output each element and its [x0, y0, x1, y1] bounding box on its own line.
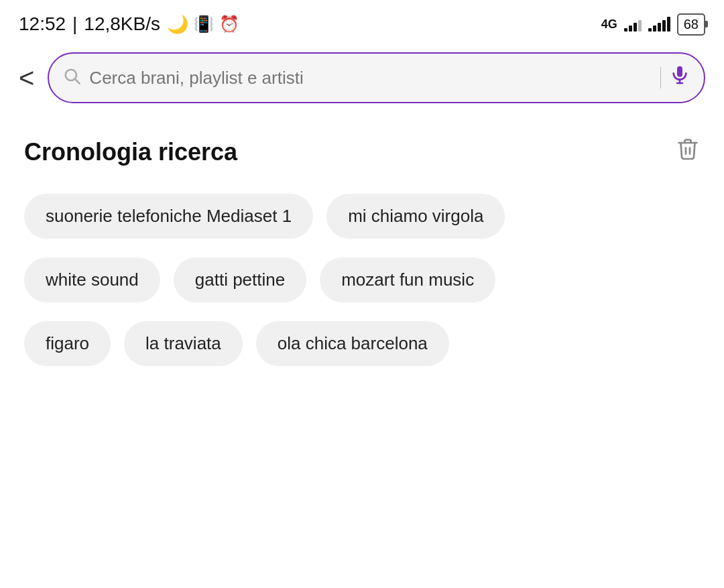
- 4g-label: 4G: [601, 17, 617, 32]
- tag-chip[interactable]: figaro: [24, 321, 111, 366]
- search-icon: [62, 66, 81, 90]
- tag-chip[interactable]: white sound: [24, 257, 160, 302]
- status-right: 4G 68: [601, 13, 705, 36]
- separator: |: [72, 13, 77, 35]
- section-title: Cronologia ricerca: [24, 138, 237, 166]
- tags-row-2: white sound gatti pettine mozart fun mus…: [24, 257, 700, 302]
- back-button[interactable]: <: [19, 64, 34, 91]
- search-divider: [660, 67, 661, 89]
- status-icons: 🌙 📳 ⏰: [167, 14, 239, 35]
- battery-indicator: 68: [677, 13, 705, 36]
- tags-row-1: suonerie telefoniche Mediaset 1 mi chiam…: [24, 194, 700, 239]
- section-header: Cronologia ricerca: [24, 137, 700, 167]
- main-content: Cronologia ricerca suonerie telefoniche …: [0, 117, 724, 386]
- tag-chip[interactable]: la traviata: [124, 321, 243, 366]
- signal-bars-1: [624, 17, 642, 32]
- time-display: 12:52: [19, 13, 66, 35]
- tags-row-3: figaro la traviata ola chica barcelona: [24, 321, 700, 366]
- alarm-icon: ⏰: [219, 15, 239, 34]
- search-input[interactable]: [89, 68, 652, 89]
- signal-bars-2: [648, 17, 670, 32]
- moon-icon: 🌙: [167, 14, 188, 35]
- svg-rect-2: [677, 66, 682, 77]
- delete-history-button[interactable]: [676, 137, 700, 167]
- vibrate-icon: 📳: [194, 15, 214, 34]
- tags-container: suonerie telefoniche Mediaset 1 mi chiam…: [24, 194, 700, 366]
- microphone-button[interactable]: [669, 64, 690, 91]
- tag-chip[interactable]: suonerie telefoniche Mediaset 1: [24, 194, 313, 239]
- search-bar-container[interactable]: [48, 52, 705, 103]
- status-bar: 12:52 | 12,8KB/s 🌙 📳 ⏰ 4G 68: [0, 0, 724, 46]
- tag-chip[interactable]: gatti pettine: [174, 257, 306, 302]
- speed-display: 12,8KB/s: [84, 13, 160, 35]
- tag-chip[interactable]: mozart fun music: [320, 257, 495, 302]
- tag-chip[interactable]: ola chica barcelona: [256, 321, 449, 366]
- search-area: <: [0, 46, 724, 117]
- svg-line-1: [76, 79, 80, 83]
- battery-level: 68: [684, 17, 699, 32]
- status-left: 12:52 | 12,8KB/s 🌙 📳 ⏰: [19, 13, 239, 35]
- tag-chip[interactable]: mi chiamo virgola: [326, 194, 505, 239]
